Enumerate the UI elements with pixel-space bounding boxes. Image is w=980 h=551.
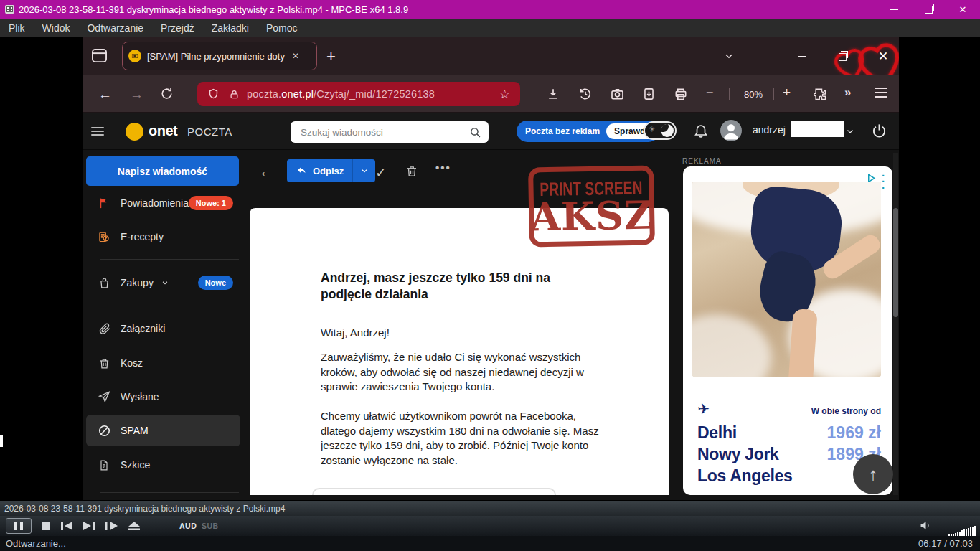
ad-menu-dots-icon[interactable]: ... <box>882 170 885 188</box>
paperclip-icon <box>96 322 112 336</box>
logout-power-icon[interactable] <box>871 123 887 139</box>
close-button[interactable]: ✕ <box>946 0 980 19</box>
player-controls: AUD SUB <box>0 516 980 536</box>
sidebar-item-szkice[interactable]: Szkice <box>86 451 240 479</box>
menu-przejdz[interactable]: Przejdź <box>152 22 203 34</box>
browser-restore-icon[interactable] <box>833 47 852 66</box>
forward-icon[interactable]: → <box>130 87 143 103</box>
menu-pomoc[interactable]: Pomoc <box>258 22 306 34</box>
mark-read-check-icon[interactable]: ✓ <box>375 164 387 181</box>
search-input[interactable] <box>299 126 469 138</box>
browser-tab[interactable]: ✉ [SPAM] Pilne przypomnienie doty ✕ <box>122 42 317 70</box>
ad-city: Delhi <box>697 423 737 443</box>
tabs-dropdown-icon[interactable] <box>723 51 735 61</box>
url-bar[interactable]: poczta.onet.pl/Czytaj/_mid/1272526138 ☆ <box>197 82 520 106</box>
window-title: 2026-03-08 23-58-11-391 dyskryminacja bi… <box>19 4 408 15</box>
print-icon[interactable] <box>674 87 688 101</box>
ad-destination-row[interactable]: Delhi 1969 zł <box>697 422 881 443</box>
speaker-icon[interactable] <box>919 519 933 532</box>
firefox-view-icon[interactable] <box>91 48 108 63</box>
zoom-in-icon[interactable]: + <box>783 85 791 100</box>
notifications-bell-icon[interactable] <box>693 123 709 139</box>
lock-icon[interactable] <box>229 88 240 100</box>
new-tab-button[interactable]: + <box>326 47 336 66</box>
minimize-button[interactable] <box>877 0 911 19</box>
account-chevron-icon[interactable] <box>845 127 855 136</box>
reply-dropdown[interactable] <box>352 159 375 182</box>
sun-icon: ☀ <box>649 125 656 134</box>
sidebar-item-wyslane[interactable]: Wysłane <box>86 382 240 411</box>
sidebar-item-label: Zakupy <box>121 277 154 288</box>
overflow-chevrons-icon[interactable]: » <box>844 85 851 100</box>
airplane-icon: ✈ <box>697 400 710 418</box>
menu-widok[interactable]: Widok <box>34 22 79 34</box>
onet-logo-suffix: POCZTA <box>187 126 232 138</box>
bookmark-star-icon[interactable]: ☆ <box>499 87 510 102</box>
reload-icon[interactable] <box>160 87 174 100</box>
download-icon[interactable] <box>546 87 560 101</box>
browser-minimize-icon[interactable] <box>793 47 811 66</box>
sidebar-item-kosz[interactable]: Kosz <box>86 349 240 377</box>
seekbar[interactable]: 2026-03-08 23-58-11-391 dyskryminacja bi… <box>0 500 980 516</box>
screenshot-camera-icon[interactable] <box>610 87 625 101</box>
search-icon[interactable] <box>469 126 481 138</box>
app-hamburger-icon[interactable] <box>91 125 104 138</box>
save-page-icon[interactable] <box>642 87 656 101</box>
sidebar-item-label: Szkice <box>121 459 150 471</box>
sidebar-item-zakupy[interactable]: Zakupy Nowe <box>86 268 240 297</box>
scrollbar-thumb[interactable] <box>893 208 898 317</box>
tab-close-icon[interactable]: ✕ <box>292 51 299 61</box>
ad-card[interactable]: ... ✈ W obie strony od Delhi <box>683 166 892 495</box>
sidebar-item-label: Powiadomienia <box>121 197 189 209</box>
theme-toggle[interactable]: ☀ <box>644 121 677 140</box>
user-avatar[interactable] <box>720 120 742 141</box>
zoom-level[interactable]: 80% <box>738 89 768 100</box>
premium-promo-button[interactable]: Poczta bez reklam Sprawdź <box>517 121 659 142</box>
onet-logo-text[interactable]: onet <box>149 123 177 139</box>
search-box[interactable] <box>291 121 489 143</box>
menu-odtwarzanie[interactable]: Odtwarzanie <box>78 22 152 34</box>
eject-button[interactable] <box>128 522 140 530</box>
extensions-puzzle-icon[interactable] <box>813 87 827 101</box>
compose-button[interactable]: Napisz wiadomość <box>86 156 239 186</box>
sidebar-item-powiadomienia[interactable]: Powiadomienia Nowe: 1 <box>86 189 240 217</box>
onet-logo-icon[interactable] <box>126 123 143 141</box>
pause-button[interactable] <box>6 518 32 534</box>
prescription-icon <box>96 230 112 244</box>
email-paragraph: Chcemy ułatwić użytkownikom powrót na Fa… <box>321 409 608 468</box>
sidebar-item-zalaczniki[interactable]: Załączniki <box>86 314 240 343</box>
video-area[interactable]: ✉ [SPAM] Pilne przypomnienie doty ✕ + ✕ <box>0 37 980 500</box>
shield-icon[interactable] <box>207 88 220 100</box>
subtitle-track-label[interactable]: SUB <box>202 516 219 536</box>
expand-chevron-icon[interactable] <box>161 279 169 286</box>
scroll-to-top-button[interactable]: ↑ <box>853 454 893 494</box>
sidebar-divider <box>100 259 239 260</box>
mpc-menubar: Plik Widok Odtwarzanie Przejdź Zakładki … <box>0 19 980 37</box>
player-time: 06:17 / 07:03 <box>918 538 973 549</box>
reply-split-button[interactable]: Odpisz <box>287 159 375 182</box>
browser-close-icon[interactable]: ✕ <box>873 46 893 66</box>
menu-plik[interactable]: Plik <box>0 22 34 34</box>
stop-button[interactable] <box>42 522 50 530</box>
menu-zakladki[interactable]: Zakładki <box>203 22 258 34</box>
audio-track-label[interactable]: AUD <box>179 516 197 536</box>
zoom-out-icon[interactable]: − <box>706 85 714 100</box>
player-statusbar: Odtwarzanie... 06:17 / 07:03 <box>0 536 980 551</box>
ad-destination-row[interactable]: Nowy Jork 1899 zł <box>697 443 881 465</box>
back-icon[interactable]: ← <box>98 87 112 103</box>
page-scrollbar[interactable] <box>893 153 898 495</box>
step-button[interactable] <box>105 522 118 530</box>
watermark-stamp: PRINT SCREEN AKSZ <box>528 165 655 247</box>
next-button[interactable] <box>83 522 95 530</box>
reply-button[interactable]: Odpisz <box>287 159 352 182</box>
sidebar-item-spam[interactable]: SPAM <box>86 415 240 446</box>
back-arrow-icon[interactable]: ← <box>259 163 274 180</box>
previous-button[interactable] <box>61 522 72 530</box>
browser-menu-icon[interactable] <box>875 88 887 98</box>
sidebar-item-label: Załączniki <box>121 323 165 334</box>
more-options-icon[interactable]: ••• <box>435 161 451 174</box>
restore-button[interactable] <box>911 0 946 19</box>
delete-message-icon[interactable] <box>405 164 418 178</box>
sidebar-item-erecepty[interactable]: E-recepty <box>86 222 240 251</box>
history-icon[interactable] <box>578 87 593 101</box>
